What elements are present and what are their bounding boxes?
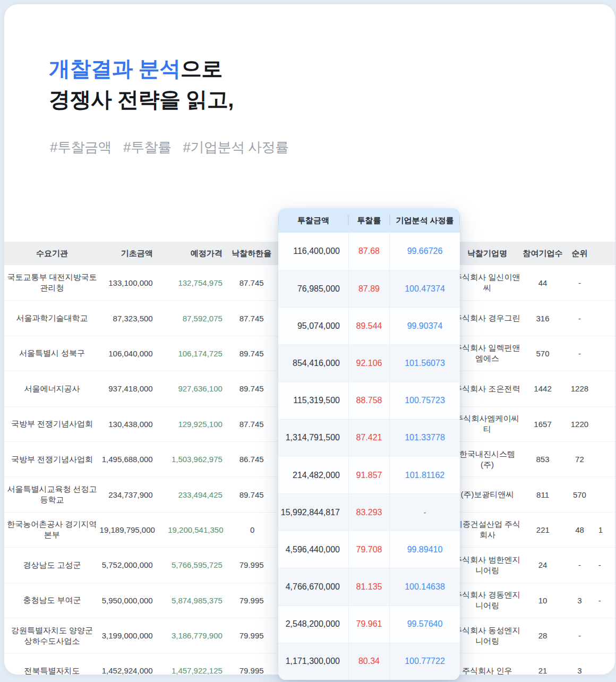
cell-floor-rate: 89.745	[225, 490, 279, 499]
cell-bid-amount: 1,171,300,000	[278, 657, 348, 666]
overlay-row: 115,319,500 88.758 100.75723	[278, 382, 460, 419]
cell-participants: 570	[523, 349, 563, 358]
cell-expected-price: 3,186,779,900	[158, 631, 225, 640]
hashtag: #투찰금액	[50, 138, 112, 157]
cell-rank: -	[563, 314, 596, 323]
cell-bid-rate: 89.544	[348, 308, 390, 344]
header-floor-rate: 낙찰하한율	[225, 249, 279, 259]
cell-rank: 1220	[563, 420, 596, 429]
cell-demand-org: 서울과학기술대학교	[4, 313, 100, 323]
header-bid-rate: 투찰률	[348, 208, 390, 233]
cell-base-amount: 234,737,900	[100, 490, 158, 499]
cell-demand-org: 충청남도 부여군	[4, 595, 100, 606]
cell-assess-rate: 100.77722	[390, 657, 460, 666]
cell-floor-rate: 87.745	[225, 314, 279, 323]
overlay-row: 2,548,200,000 79.961 99.57640	[278, 606, 460, 643]
overlay-row: 76,985,000 87.89 100.47374	[278, 270, 460, 307]
cell-expected-price: 5,874,985,375	[158, 596, 225, 605]
cell-demand-org: 전북특별자치도	[4, 666, 100, 675]
overlay-row: 4,766,670,000 81.135 100.14638	[278, 568, 460, 605]
cell-demand-org: 한국농어촌공사 경기지역본부	[4, 519, 100, 540]
overlay-row: 15,992,844,817 83.293 -	[278, 493, 460, 531]
title-line-2: 경쟁사 전략을 읽고,	[49, 84, 234, 115]
cell-floor-rate: 87.745	[225, 278, 279, 287]
overlay-row: 116,400,000 87.68 99.66726	[278, 233, 460, 270]
header-expected-price: 예정가격	[158, 249, 225, 259]
cell-floor-rate: 79.995	[225, 631, 279, 640]
cell-winner-name: 세종건설산업 주식회사	[452, 519, 523, 540]
overlay-row: 4,596,440,000 79.708 99.89410	[278, 531, 460, 568]
cell-bid-amount: 95,074,000	[278, 321, 348, 331]
cell-rank: -	[563, 349, 596, 358]
cell-winner-name: 주식회사 일렉펀앤엠에스	[452, 343, 523, 364]
cell-demand-org: 서울특별시교육청 선정고등학교	[4, 484, 100, 505]
cell-participants: 316	[523, 314, 563, 323]
cell-winner-name: 주식회사 조은전력	[452, 383, 523, 394]
cell-bid-rate: 87.68	[348, 233, 390, 270]
overlay-row: 95,074,000 89.544 99.90374	[278, 307, 460, 344]
cell-rank: -	[563, 560, 596, 569]
hero-section: 개찰결과 분석으로 경쟁사 전략을 읽고,	[49, 53, 234, 115]
cell-participants: 853	[523, 455, 563, 464]
header-participants: 참여기업수	[523, 249, 563, 259]
cell-winner-name: 주식회사엠케이씨티	[452, 413, 523, 434]
cell-demand-org: 강원특별자치도 양양군 상하수도사업소	[4, 625, 100, 646]
cell-floor-rate: 79.995	[225, 560, 279, 569]
cell-demand-org: 국방부 전쟁기념사업회	[4, 419, 100, 429]
cell-winner-name: 한국내진시스템(주)	[452, 449, 523, 470]
overlay-row: 214,482,000 91.857 101.81162	[278, 456, 460, 493]
cell-bid-amount: 116,400,000	[278, 246, 348, 256]
cell-participants: 1657	[523, 420, 563, 429]
cell-base-amount: 1,452,924,000	[100, 666, 158, 675]
overlay-row: 1,314,791,500 87.421 101.33778	[278, 419, 460, 456]
header-demand-org: 수요기관	[4, 248, 100, 259]
header-winner-name: 낙찰기업명	[452, 248, 523, 259]
cell-bid-rate: 92.106	[348, 345, 390, 381]
cell-clipped: -	[596, 596, 615, 605]
title-line-1: 개찰결과 분석으로	[49, 53, 234, 84]
cell-floor-rate: 0	[226, 525, 279, 534]
cell-bid-amount: 15,992,844,817	[278, 508, 348, 517]
cell-participants: 24	[523, 560, 563, 569]
cell-expected-price: 129,925,100	[158, 420, 225, 429]
cell-bid-amount: 4,766,670,000	[278, 582, 348, 592]
cell-bid-amount: 854,416,000	[278, 359, 348, 368]
cell-base-amount: 3,199,000,000	[100, 631, 158, 640]
cell-bid-rate: 87.421	[348, 420, 390, 456]
hashtag-list: #투찰금액 #투찰률 #기업분석 사정률	[50, 138, 289, 157]
cell-assess-rate: 101.33778	[390, 433, 460, 442]
cell-participants: 811	[523, 490, 563, 499]
hashtag: #투찰률	[123, 138, 171, 157]
cell-winner-name: 주식회사 일신이앤씨	[452, 272, 523, 293]
cell-assess-rate: 99.66726	[390, 246, 460, 256]
cell-demand-org: 서울특별시 성북구	[4, 348, 100, 359]
cell-expected-price: 19,200,541,350	[159, 525, 226, 534]
cell-participants: 28	[523, 631, 563, 640]
cell-winner-name: 주식회사 동성엔지니어링	[452, 625, 523, 646]
cell-base-amount: 133,100,000	[100, 278, 158, 287]
cell-expected-price: 106,174,725	[158, 349, 225, 358]
cell-base-amount: 1,495,688,000	[100, 455, 158, 464]
cell-bid-amount: 2,548,200,000	[278, 619, 348, 629]
title-rest: 으로	[181, 57, 223, 80]
cell-rank: -	[563, 631, 596, 640]
cell-assess-rate: -	[390, 508, 460, 517]
page-background: { "hero": { "title_highlight": "개찰결과 분석"…	[0, 0, 616, 682]
cell-winner-name: 주식회사 범한엔지니어링	[452, 555, 523, 576]
cell-bid-rate: 83.293	[348, 494, 390, 531]
cell-demand-org: 국방부 전쟁기념사업회	[4, 454, 100, 465]
cell-demand-org: 경상남도 고성군	[4, 560, 100, 570]
hashtag: #기업분석 사정률	[183, 138, 288, 157]
cell-bid-rate: 81.135	[348, 568, 390, 605]
cell-base-amount: 5,752,000,000	[100, 560, 158, 569]
header-base-amount: 기초금액	[100, 249, 158, 259]
overlay-row: 1,171,300,000 80.34 100.77722	[278, 643, 460, 680]
cell-clipped: -	[596, 560, 615, 569]
cell-base-amount: 130,438,000	[100, 420, 158, 429]
cell-bid-rate: 87.89	[348, 270, 390, 307]
cell-winner-name: 주식회사 인우	[452, 666, 523, 675]
cell-participants: 10	[523, 596, 563, 605]
cell-floor-rate: 86.745	[225, 455, 279, 464]
cell-winner-name: (주)보광티앤씨	[452, 489, 523, 500]
cell-rank: 1228	[563, 384, 596, 393]
